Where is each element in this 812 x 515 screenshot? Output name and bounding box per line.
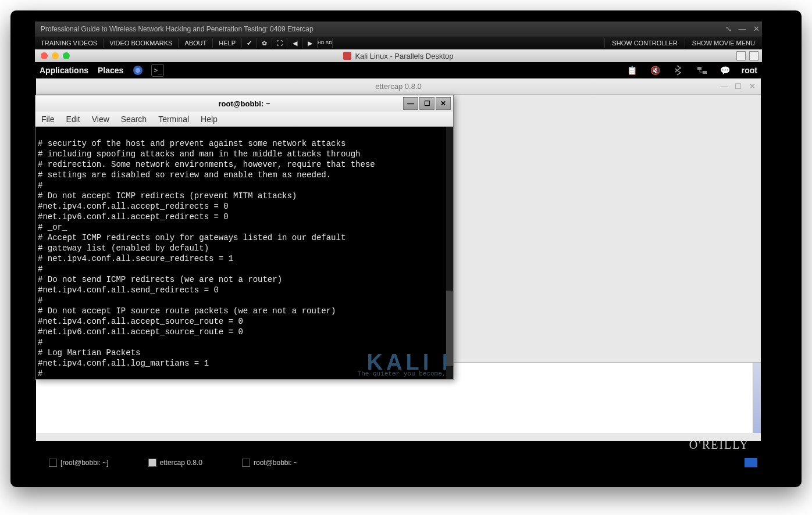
- svg-rect-2: [697, 67, 701, 70]
- workspace-switcher[interactable]: [745, 458, 757, 467]
- term-line: #net.ipv6.conf.all.accept_redirects = 0: [38, 212, 229, 221]
- iceweasel-icon[interactable]: [131, 64, 144, 77]
- menu-video-bookmarks[interactable]: VIDEO BOOKMARKS: [104, 38, 179, 48]
- ettercap-maximize-icon[interactable]: ☐: [733, 81, 743, 92]
- hdsd-toggle[interactable]: HD SD: [318, 38, 333, 48]
- term-line: # Log Martian Packets: [38, 348, 140, 357]
- video-titlebar: Professional Guide to Wireless Network H…: [35, 22, 762, 37]
- menu-about[interactable]: ABOUT: [179, 38, 213, 48]
- menu-help[interactable]: HELP: [213, 38, 242, 48]
- term-line: # Accept ICMP redirects only for gateway…: [38, 233, 346, 242]
- parallels-config-icon[interactable]: [736, 51, 746, 60]
- terminal-task-icon: [49, 459, 57, 467]
- svg-point-1: [136, 68, 140, 73]
- next-icon[interactable]: ▶: [302, 38, 318, 48]
- terminal-output[interactable]: # security of the host and prevent again…: [35, 127, 453, 379]
- term-menu-search[interactable]: Search: [121, 115, 147, 124]
- taskbar-item-terminal-2[interactable]: root@bobbi: ~: [242, 459, 298, 467]
- term-line: # security of the host and prevent again…: [38, 139, 346, 148]
- term-line: # including spoofing attacks and man in …: [38, 149, 361, 159]
- check-icon[interactable]: ✔: [242, 38, 257, 48]
- fullscreen-icon[interactable]: ⛶: [272, 38, 287, 48]
- term-line: #net.ipv4.conf.all.accept_source_route =…: [38, 317, 243, 326]
- mac-close-icon[interactable]: [41, 52, 48, 59]
- volume-tray-icon[interactable]: 🔇: [649, 63, 663, 77]
- gear-icon[interactable]: ✿: [257, 38, 272, 48]
- term-menu-help[interactable]: Help: [201, 115, 218, 124]
- kali-wallpaper-subtext: The quieter you become, the more y: [358, 369, 453, 379]
- terminal-launcher-icon[interactable]: >_: [151, 64, 164, 77]
- term-line: #: [38, 296, 42, 305]
- panel-applications[interactable]: Applications: [40, 66, 88, 75]
- kali-taskbar: [root@bobbi: ~] ettercap 0.8.0 root@bobb…: [35, 456, 762, 469]
- parallels-titlebar: Kali Linux - Parallels Desktop: [35, 49, 762, 62]
- video-player-window: Professional Guide to Wireless Network H…: [35, 22, 762, 469]
- chat-tray-icon[interactable]: 💬: [718, 63, 732, 77]
- term-line: # Do not accept IP source route packets …: [38, 306, 336, 316]
- panel-places[interactable]: Places: [98, 66, 123, 75]
- ettercap-task-icon: [148, 459, 156, 467]
- scrawl-icon[interactable]: ⤡: [722, 23, 734, 35]
- taskbar-item-terminal-1[interactable]: [root@bobbi: ~]: [49, 459, 109, 467]
- term-menu-file[interactable]: File: [41, 115, 55, 124]
- term-line: # settings are disabled so review and en…: [38, 170, 331, 180]
- ettercap-scrollbar[interactable]: [753, 363, 761, 433]
- term-line: #net.ipv4.conf.all.accept_redirects = 0: [38, 202, 229, 211]
- close-icon[interactable]: ✕: [750, 23, 762, 35]
- term-menu-view[interactable]: View: [92, 115, 109, 124]
- mac-zoom-icon[interactable]: [63, 52, 70, 59]
- term-line: # Do not accept ICMP redirects (prevent …: [38, 191, 297, 201]
- menu-show-movie-menu[interactable]: SHOW MOVIE MENU: [685, 38, 762, 48]
- svg-rect-3: [703, 71, 707, 74]
- ettercap-minimize-icon[interactable]: —: [719, 81, 729, 92]
- mac-minimize-icon[interactable]: [52, 52, 59, 59]
- terminal-task-icon-2: [242, 459, 250, 467]
- term-line: # _or_: [38, 223, 67, 232]
- ettercap-title: ettercap 0.8.0: [375, 82, 422, 91]
- parallels-title: Kali Linux - Parallels Desktop: [355, 52, 453, 60]
- minimize-icon[interactable]: —: [736, 23, 748, 35]
- menu-training-videos[interactable]: TRAINING VIDEOS: [35, 38, 104, 48]
- term-menu-terminal[interactable]: Terminal: [158, 115, 189, 124]
- video-menubar: TRAINING VIDEOS VIDEO BOOKMARKS ABOUT HE…: [35, 37, 762, 49]
- term-line: #net.ipv4.conf.all.log_martians = 1: [38, 359, 209, 368]
- panel-user[interactable]: root: [742, 66, 757, 75]
- prev-icon[interactable]: ◀: [287, 38, 302, 48]
- kali-top-panel: Applications Places >_ 📋 🔇 💬 root: [35, 62, 762, 78]
- term-line: #: [38, 181, 42, 190]
- terminal-scrollbar[interactable]: [446, 127, 453, 379]
- bluetooth-tray-icon[interactable]: [672, 63, 686, 77]
- term-line: #net.ipv4.conf.all.send_redirects = 0: [38, 285, 219, 295]
- term-line: #: [38, 369, 42, 378]
- term-line: #net.ipv6.conf.all.accept_source_route =…: [38, 327, 243, 337]
- taskbar-item-ettercap[interactable]: ettercap 0.8.0: [148, 459, 202, 467]
- term-line: # net.ipv4.conf.all.secure_redirects = 1: [38, 254, 233, 263]
- terminal-title: root@bobbi: ~: [219, 99, 270, 108]
- term-line: #: [38, 338, 42, 347]
- video-title: Professional Guide to Wireless Network H…: [41, 25, 314, 33]
- term-line: #: [38, 264, 42, 274]
- parallels-fullscreen-icon[interactable]: [749, 51, 758, 60]
- desktop: ettercap 0.8.0 — ☐ ✕ rcap root@bobbi: ~ …: [35, 78, 762, 456]
- term-menu-edit[interactable]: Edit: [66, 115, 80, 124]
- terminal-window: root@bobbi: ~ — ☐ ✕ File Edit View Searc…: [35, 95, 454, 380]
- terminal-close-icon[interactable]: ✕: [436, 97, 451, 110]
- ettercap-close-icon[interactable]: ✕: [747, 81, 757, 92]
- term-line: # gateway list (enabled by default): [38, 244, 209, 253]
- oreilly-watermark: O'REILLY: [689, 438, 749, 452]
- network-tray-icon[interactable]: [695, 63, 709, 77]
- parallels-app-icon: [343, 52, 351, 60]
- terminal-titlebar[interactable]: root@bobbi: ~ — ☐ ✕: [35, 95, 453, 112]
- terminal-menubar: File Edit View Search Terminal Help: [35, 112, 453, 127]
- menu-show-controller[interactable]: SHOW CONTROLLER: [604, 38, 684, 48]
- clipboard-tray-icon[interactable]: 📋: [625, 63, 639, 77]
- ettercap-titlebar[interactable]: ettercap 0.8.0 — ☐ ✕: [36, 78, 761, 95]
- term-line: # redirection. Some network environments…: [38, 160, 375, 169]
- term-line: # Do not send ICMP redirects (we are not…: [38, 275, 282, 284]
- kali-wallpaper-text: KALI LIN: [367, 357, 453, 367]
- terminal-maximize-icon[interactable]: ☐: [419, 97, 435, 110]
- terminal-minimize-icon[interactable]: —: [403, 97, 418, 110]
